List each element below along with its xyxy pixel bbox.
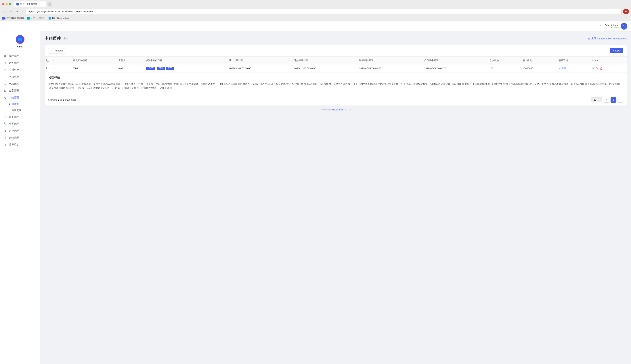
sidebar-item-perpetual[interactable]: ∞ 永续合约 › <box>0 80 40 87</box>
showing-prefix: Showing <box>48 98 57 101</box>
breadcrumb-home-link[interactable]: 主页 <box>592 37 596 40</box>
sidebar-logo: 🌐 NFC <box>0 32 40 51</box>
sub-active-dot <box>9 104 10 105</box>
sidebar-item-crypto[interactable]: B 币币交易 › <box>0 66 40 74</box>
admin-info: Administrator ● Online <box>604 24 618 29</box>
sidebar-item-homepage[interactable]: ≡ 首页管理 › <box>0 114 40 120</box>
detail-panel: 项目详情 TIMI（项目总发行量100亿）由土耳其的一个团队于 25/07/20… <box>44 72 626 94</box>
table-row: 4 TIMI 0.03 USDT ETH BTC 2022-04-01 00:0… <box>44 64 626 72</box>
bookmark-3[interactable]: TG: @tianmeibbs <box>48 16 69 20</box>
edit-action-icon[interactable]: ✎ <box>596 67 598 70</box>
theme-toggle-button[interactable]: ☾ <box>600 24 602 28</box>
tab-title: 总后台 | 申购币种 <box>20 2 37 6</box>
id-sort-icon[interactable]: ↑ <box>56 60 57 62</box>
pagination-from: 1 <box>58 98 59 101</box>
sub-record-label: 申购记录 <box>12 109 21 112</box>
back-button[interactable]: ← <box>2 10 7 13</box>
sidebar: 🌐 NFC ▦ 代理管理 › $ 财务管理 <box>0 32 40 364</box>
futures-arrow-icon: › <box>36 76 36 78</box>
header-launch-time: 预计上线时间 <box>227 56 292 64</box>
token-usdt: USDT <box>146 67 156 70</box>
row-checkbox[interactable] <box>46 67 49 69</box>
sidebar-item-subscription[interactable]: ⊙ 申购管理 ∨ <box>0 94 40 101</box>
mining-arrow-icon: › <box>36 144 36 146</box>
table-header-row: ID ↑ 申购币种名称 发行价 接受申购的币种 预计上线时间 开始申购时间 结束… <box>44 56 626 64</box>
sidebar-nav: ▦ 代理管理 › $ 财务管理 › B 币币 <box>0 51 40 150</box>
pagination-to: 1 <box>63 98 64 101</box>
agency-arrow-icon: › <box>36 55 36 57</box>
sidebar-item-mining[interactable]: ¥ 质押挖矿 › <box>0 141 40 148</box>
row-end-time: 2026-07-09 00:00:00 <box>357 64 422 72</box>
page-size-select[interactable]: 20 10 50 100 <box>591 97 602 102</box>
crypto-arrow-icon: › <box>36 69 36 71</box>
menu-toggle-icon[interactable]: ☰ <box>4 24 6 28</box>
next-page-button[interactable]: › <box>618 97 623 102</box>
sidebar-item-config[interactable]: 🔧 配置管理 › <box>0 120 40 128</box>
new-label: New <box>615 49 620 52</box>
address-bar[interactable]: https://16yuyan-jys102.timibbs.vip/admin… <box>26 9 622 14</box>
header-tokens: 接受申购的币种 <box>144 56 227 64</box>
header-min-sub: 最少申购 <box>488 56 521 64</box>
header-price: 发行价 <box>117 56 144 64</box>
bookmark-2[interactable]: 认准->天美社区 <box>27 16 46 20</box>
prev-page-button[interactable]: ‹ <box>604 97 609 102</box>
footer-text: Powered by <box>320 108 332 111</box>
subscription-table: ID ↑ 申购币种名称 发行价 接受申购的币种 预计上线时间 开始申购时间 结束… <box>44 56 626 72</box>
row-detail-link[interactable]: ≫ 详情 <box>557 64 590 72</box>
select-all-checkbox[interactable] <box>46 59 49 62</box>
bookmark-1[interactable]: 程序搭建/开发/修复 <box>2 16 24 20</box>
sub-active-label: 申购中 <box>12 102 19 106</box>
detail-link-text[interactable]: ≫ 详情 <box>558 67 566 70</box>
footer-link[interactable]: Dcat Admin <box>332 108 343 111</box>
bookmark-3-icon <box>48 17 51 20</box>
article-icon: ⊡ <box>4 89 7 92</box>
token-btc: BTC <box>166 67 174 70</box>
topbar: ☰ ☾ Administrator ● Online ⏻ <box>0 21 631 32</box>
row-id: 4 <box>51 64 72 72</box>
sidebar-item-agency[interactable]: ▦ 代理管理 › <box>0 52 40 60</box>
sidebar-item-mining-label: 质押挖矿 <box>9 143 19 146</box>
sidebar-item-risk[interactable]: ≡ 风控管理 › <box>0 128 40 134</box>
sidebar-item-sub-active[interactable]: 申购中 <box>9 101 40 107</box>
header-start-time: 开始申购时间 <box>292 56 357 64</box>
header-action: Action <box>590 56 626 64</box>
header-detail: 项目详情 <box>557 56 590 64</box>
header-end-time: 结束申购时间 <box>357 56 422 64</box>
sidebar-item-wallet[interactable]: ○ 钱包管理 › <box>0 134 40 141</box>
token-eth: ETH <box>157 67 165 70</box>
refresh-button[interactable]: ↻ Refresh <box>48 48 66 54</box>
config-icon: 🔧 <box>4 122 7 126</box>
delete-action-icon[interactable]: 🗑 <box>600 67 603 70</box>
header-result-time: 公布结果时间 <box>422 56 487 64</box>
refresh-icon: ↻ <box>51 49 53 52</box>
header-name: 申购币种名称 <box>72 56 117 64</box>
action-icons: 👁 ✎ 🗑 <box>592 67 625 70</box>
sidebar-item-futures[interactable]: ₿ 期权交易 › <box>0 74 40 80</box>
card-toolbar: ↻ Refresh + New <box>44 45 626 56</box>
row-result-time: 2026-07-09 00:00:00 <box>422 64 487 72</box>
logo-icon: 🌐 <box>16 35 24 44</box>
view-action-icon[interactable]: 👁 <box>592 67 595 70</box>
admin-avatar[interactable]: ⏻ <box>621 23 627 30</box>
forward-button[interactable]: → <box>8 10 13 13</box>
bookmark-2-label: 认准->天美社区 <box>30 16 46 20</box>
sidebar-item-article[interactable]: ⊡ 文章管理 › <box>0 87 40 94</box>
breadcrumb: ⊞ 主页 / Subscription-Management <box>588 37 626 40</box>
sidebar-item-sub-record[interactable]: 申购记录 <box>9 107 40 114</box>
new-button[interactable]: + New <box>610 48 623 53</box>
sidebar-item-finance[interactable]: $ 财务管理 › <box>0 60 40 66</box>
wallet-icon: ○ <box>4 136 7 140</box>
breadcrumb-separator: / <box>597 37 598 40</box>
home-button[interactable]: ⌂ <box>20 10 24 13</box>
new-tab-button[interactable]: + <box>47 2 52 7</box>
browser-tab[interactable]: 总后台 | 申购币种 ✕ <box>14 2 46 7</box>
row-max-sub: 10000000 <box>521 64 557 72</box>
sidebar-item-config-label: 配置管理 <box>9 122 19 126</box>
sidebar-item-subscription-label: 申购管理 <box>9 96 19 99</box>
crypto-icon: B <box>4 68 7 72</box>
row-start-time: 2021-11-05 00:00:00 <box>292 64 357 72</box>
page-1-button[interactable]: 1 <box>610 97 616 102</box>
risk-arrow-icon: › <box>36 130 36 132</box>
pagination-right: 20 10 50 100 ‹ 1 › <box>591 97 623 102</box>
reload-button[interactable]: ↻ <box>14 10 19 13</box>
